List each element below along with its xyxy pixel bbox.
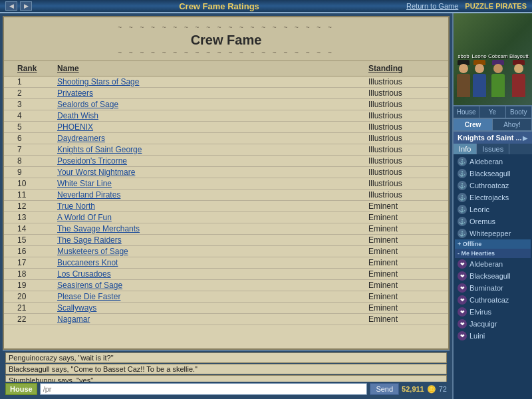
- crew-panel-header: Knights of Saint ... ▶: [454, 132, 532, 144]
- crew-member-heartie[interactable]: ❤Jacquigr: [455, 318, 531, 330]
- crew-name-link[interactable]: Seasirens of Sage: [57, 281, 368, 290]
- top-bar: ◀ ▶ Crew Fame Ratings Return to Game PUZ…: [0, 0, 532, 13]
- crew-name-link[interactable]: Buccaneers Knot: [57, 258, 368, 267]
- chat-channel-button[interactable]: House: [5, 383, 37, 395]
- crew-member-online[interactable]: ⚓Blackseagull: [455, 168, 531, 180]
- crew-member-heartie[interactable]: ❤Blackseagull: [455, 270, 531, 282]
- member-icon: ⚓: [458, 205, 467, 214]
- table-row[interactable]: 21 Scallyways Eminent: [4, 303, 448, 314]
- chat-input[interactable]: [40, 383, 368, 395]
- crew-name-link[interactable]: The Sage Raiders: [57, 235, 368, 245]
- member-icon: ⚓: [458, 181, 467, 190]
- table-row[interactable]: 14 The Savage Merchants Eminent: [4, 223, 448, 235]
- member-icon: ⚓: [458, 217, 467, 226]
- crew-tab-issues[interactable]: Issues: [477, 144, 509, 154]
- table-row[interactable]: 6 Daydreamers Illustrious: [4, 133, 448, 144]
- head-shape-3: [493, 64, 503, 73]
- crew-name-link[interactable]: Knights of Saint George: [57, 145, 368, 154]
- standing-header: Standing: [368, 64, 435, 73]
- crew-name-link[interactable]: Nagamar: [57, 315, 368, 324]
- crew-name-link[interactable]: Los Crusadoes: [57, 269, 368, 279]
- forward-button[interactable]: ▶: [20, 1, 32, 11]
- member-icon-heartie: ❤: [458, 259, 467, 269]
- chat-send-button[interactable]: Send: [370, 383, 399, 395]
- back-button[interactable]: ◀: [5, 1, 17, 11]
- crew-member-online[interactable]: ⚓Oremus: [455, 215, 531, 227]
- heartie-name: Elvirus: [469, 308, 491, 316]
- heartie-name: Luini: [469, 332, 485, 340]
- crew-name-link[interactable]: Your Worst Nightmare: [57, 168, 368, 177]
- rank-cell: 13: [17, 213, 57, 222]
- table-row[interactable]: 19 Seasirens of Sage Eminent: [4, 280, 448, 291]
- table-row[interactable]: 10 White Star Line Illustrious: [4, 178, 448, 190]
- crew-name-link[interactable]: A World Of Fun: [57, 213, 368, 222]
- crew-name-link[interactable]: Musketeers of Sage: [57, 247, 368, 256]
- rank-cell: 9: [17, 168, 57, 177]
- crew-name-link[interactable]: White Star Line: [57, 179, 368, 188]
- table-row[interactable]: 9 Your Worst Nightmare Illustrious: [4, 167, 448, 178]
- crew-member-heartie[interactable]: ❤Cuthroatcaz: [455, 294, 531, 306]
- crew-member-online[interactable]: ⚓Leoric: [455, 203, 531, 215]
- crew-member-heartie[interactable]: ❤Elvirus: [455, 306, 531, 318]
- table-row[interactable]: 22 Nagamar Eminent: [4, 314, 448, 325]
- return-link[interactable]: Return to Game: [406, 2, 458, 10]
- crew-member-heartie[interactable]: ❤Burninator: [455, 282, 531, 294]
- table-row[interactable]: 18 Los Crusadoes Eminent: [4, 269, 448, 280]
- crew-name-link[interactable]: Poseidon's Tricorne: [57, 156, 368, 166]
- table-row[interactable]: 17 Buccaneers Knot Eminent: [4, 257, 448, 269]
- tab-booty[interactable]: Booty: [506, 106, 532, 118]
- crew-name-link[interactable]: Please Die Faster: [57, 292, 368, 301]
- crew-name-link[interactable]: Sealords of Sage: [57, 100, 368, 109]
- table-row[interactable]: 15 The Sage Raiders Eminent: [4, 235, 448, 246]
- chat-input-row: House Send 52,911 🪙 72: [3, 382, 450, 396]
- table-row[interactable]: 12 True North Eminent: [4, 201, 448, 212]
- crew-name-link[interactable]: Neverland Pirates: [57, 190, 368, 200]
- member-name: Aldeberan: [469, 158, 503, 166]
- table-row[interactable]: 11 Neverland Pirates Illustrious: [4, 190, 448, 201]
- main-layout: ~ ~ ~ ~ ~ ~ ~ ~ ~ ~ ~ ~ ~ ~ ~ ~ ~ ~ ~ ~ …: [0, 13, 532, 399]
- chat-message: Blackseagull says, "Come to Basset Caz!!…: [5, 364, 447, 374]
- table-row[interactable]: 20 Please Die Faster Eminent: [4, 291, 448, 303]
- tab-ye[interactable]: Ye: [479, 106, 505, 118]
- crew-member-online[interactable]: ⚓Aldeberan: [455, 156, 531, 168]
- offline-section[interactable]: + Offline: [455, 239, 531, 249]
- right-panel: sbob Leono Cobcam: [452, 13, 532, 399]
- rank-cell: 10: [17, 179, 57, 188]
- tab-ahoy[interactable]: Ahoy!: [493, 119, 532, 130]
- tab-house[interactable]: House: [454, 106, 479, 118]
- tab-crew[interactable]: Crew: [454, 119, 493, 130]
- avatar-label-cobcam: Cobcam: [488, 53, 508, 59]
- crew-name-link[interactable]: Privateers: [57, 88, 368, 98]
- crew-member-online[interactable]: ⚓Electrojacks: [455, 192, 531, 203]
- crew-name-link[interactable]: Daydreamers: [57, 134, 368, 143]
- table-row[interactable]: 2 Privateers Illustrious: [4, 88, 448, 99]
- table-row[interactable]: 13 A World Of Fun Eminent: [4, 212, 448, 223]
- rank-cell: 20: [17, 292, 57, 301]
- crew-member-heartie[interactable]: ❤Aldeberan: [455, 258, 531, 270]
- table-row[interactable]: 3 Sealords of Sage Illustrious: [4, 99, 448, 110]
- crew-member-heartie[interactable]: ❤Luini: [455, 330, 531, 342]
- crew-member-online[interactable]: ⚓Whitepepper: [455, 227, 531, 239]
- table-row[interactable]: 7 Knights of Saint George Illustrious: [4, 144, 448, 156]
- crew-name-link[interactable]: True North: [57, 201, 368, 211]
- crew-tab-info[interactable]: Info: [454, 144, 477, 154]
- hearties-section[interactable]: - Me Hearties: [455, 249, 531, 258]
- table-row[interactable]: 5 PHOENIX Illustrious: [4, 122, 448, 133]
- crew-name-link[interactable]: PHOENIX: [57, 122, 368, 132]
- head-shape-2: [475, 64, 484, 73]
- crew-name-link[interactable]: The Savage Merchants: [57, 224, 368, 233]
- rank-cell: 12: [17, 201, 57, 211]
- crew-member-online[interactable]: ⚓Cuthroatcaz: [455, 180, 531, 192]
- table-row[interactable]: 1 Shooting Stars of Sage Illustrious: [4, 76, 448, 88]
- offline-label: + Offline: [458, 241, 481, 247]
- crew-name-link[interactable]: Shooting Stars of Sage: [57, 77, 368, 86]
- crew-panel-scroll-icon[interactable]: ▶: [523, 134, 528, 142]
- table-row[interactable]: 16 Musketeers of Sage Eminent: [4, 246, 448, 257]
- standing-cell: Illustrious: [368, 179, 435, 188]
- table-row[interactable]: 8 Poseidon's Tricorne Illustrious: [4, 156, 448, 167]
- puzzle-pirates-logo: PUZZLE PIRATES: [465, 2, 527, 10]
- crew-name-link[interactable]: Death Wish: [57, 111, 368, 120]
- standing-cell: Illustrious: [368, 190, 435, 200]
- table-row[interactable]: 4 Death Wish Illustrious: [4, 110, 448, 122]
- crew-name-link[interactable]: Scallyways: [57, 303, 368, 313]
